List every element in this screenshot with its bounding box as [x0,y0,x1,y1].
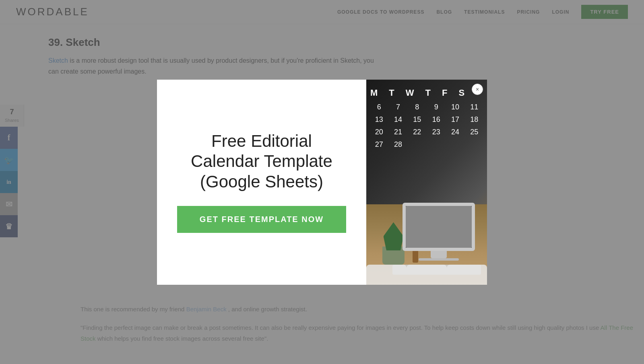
get-template-button[interactable]: GET FREE TEMPLATE NOW [177,206,346,233]
cal-6: 6 [370,102,388,113]
cal-11: 11 [466,102,483,113]
cal-8: 8 [409,102,426,113]
modal-right-panel: M T W T F S 6 7 8 9 10 11 13 14 [366,80,487,285]
modal-dialog: × Free Editorial Calendar Template (Goog… [157,80,487,285]
cal-16: 16 [427,114,445,125]
cal-10: 10 [446,102,464,113]
cal-20: 20 [370,127,388,138]
cal-day-m: M [370,88,378,98]
cal-13: 13 [370,114,388,125]
modal-overlay[interactable]: × Free Editorial Calendar Template (Goog… [0,0,644,364]
cal-9: 9 [427,102,445,113]
cal-27: 27 [370,139,388,150]
calendar-grid: 6 7 8 9 10 11 13 14 15 16 17 18 20 21 22… [370,102,487,150]
modal-title: Free Editorial Calendar Template (Google… [177,131,346,192]
imac-computer [398,203,479,261]
cal-18: 18 [466,114,483,125]
imac-stand [431,251,447,258]
cal-day-w: W [406,88,414,98]
modal-image: M T W T F S 6 7 8 9 10 11 13 14 [366,80,487,285]
modal-close-button[interactable]: × [472,84,483,95]
desk-surface [366,204,487,285]
cal-17: 17 [446,114,464,125]
cal-24: 24 [446,127,464,138]
cal-day-t2: T [425,88,431,98]
imac-screen-inner [406,206,472,248]
cal-7: 7 [389,102,407,113]
cal-21: 21 [389,127,407,138]
chair-left [366,265,407,285]
cal-day-f: F [442,88,447,98]
calendar-days-row: M T W T F S [370,88,487,98]
imac-screen [402,203,475,251]
chair-center [407,265,447,285]
cal-22: 22 [409,127,426,138]
cal-15: 15 [409,114,426,125]
cal-day-s: S [458,88,464,98]
cal-28: 28 [389,139,407,150]
cal-23: 23 [427,127,445,138]
cal-day-t: T [389,88,394,98]
chairs-row [366,259,487,285]
cal-25: 25 [466,127,483,138]
chair-right [447,265,487,285]
modal-left-panel: Free Editorial Calendar Template (Google… [157,80,366,285]
cal-14: 14 [389,114,407,125]
